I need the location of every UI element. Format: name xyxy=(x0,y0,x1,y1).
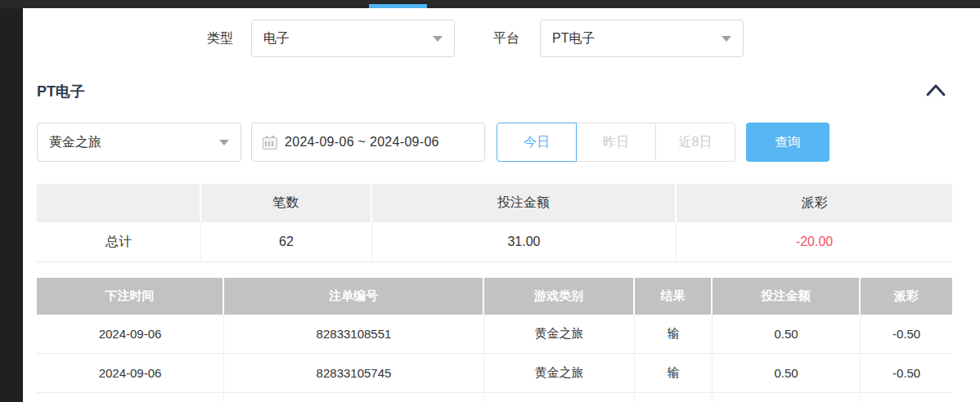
cell-ticket-id: 82833108551 xyxy=(224,315,484,354)
summary-total-count: 62 xyxy=(201,222,372,262)
detail-header-bet-amount: 投注金额 xyxy=(713,278,861,315)
summary-header-row: 笔数 投注金额 派彩 xyxy=(37,184,952,222)
cell-bet-amount: 0.50 xyxy=(713,315,861,354)
game-select-value: 黄金之旅 xyxy=(38,134,219,151)
date-range-value: 2024-09-06 ~ 2024-09-06 xyxy=(285,135,439,150)
section-title: PT电子 xyxy=(37,82,85,101)
detail-header-payout: 派彩 xyxy=(861,278,952,315)
type-select[interactable]: 电子 xyxy=(251,20,455,57)
cell-result xyxy=(635,393,713,402)
detail-header-row: 下注时间 注单编号 游戏类别 结果 投注金额 派彩 xyxy=(37,278,952,315)
summary-total-label: 总计 xyxy=(37,222,201,262)
cell-game-type: 黄金之旅 xyxy=(484,354,635,393)
chevron-down-icon xyxy=(722,36,731,42)
detail-header-ticket-id: 注单编号 xyxy=(224,278,484,315)
active-tab-indicator xyxy=(369,4,427,8)
cell-payout: -0.50 xyxy=(861,354,952,393)
detail-header-result: 结果 xyxy=(635,278,713,315)
last8days-button[interactable]: 近8日 xyxy=(655,123,735,162)
today-button[interactable]: 今日 xyxy=(497,123,577,162)
calendar-icon xyxy=(263,136,277,149)
platform-label: 平台 xyxy=(493,30,519,47)
cell-result: 输 xyxy=(635,354,713,393)
cell-bet-amount xyxy=(713,393,861,402)
cell-bet-time xyxy=(37,393,224,402)
cell-bet-time: 2024-09-06 xyxy=(37,354,224,393)
platform-select-value: PT电子 xyxy=(541,30,722,47)
chevron-down-icon xyxy=(219,140,229,145)
type-select-value: 电子 xyxy=(252,30,433,47)
table-row: 2024-09-06 82833108551 黄金之旅 输 0.50 -0.50 xyxy=(37,315,952,354)
cell-payout xyxy=(861,393,952,402)
summary-total-row: 总计 62 31.00 -20.00 xyxy=(37,222,952,262)
search-button[interactable]: 查询 xyxy=(746,123,829,162)
platform-select[interactable]: PT电子 xyxy=(540,20,744,57)
chevron-down-icon xyxy=(433,36,443,42)
summary-header-blank xyxy=(37,184,201,222)
cell-game-type: 黄金之旅 xyxy=(484,315,635,354)
game-select[interactable]: 黄金之旅 xyxy=(37,123,241,162)
collapse-chevron-up-icon[interactable] xyxy=(925,83,946,97)
detail-header-game-type: 游戏类别 xyxy=(484,278,635,315)
summary-header-bet: 投注金额 xyxy=(372,184,677,222)
summary-header-payout: 派彩 xyxy=(677,184,952,222)
summary-header-count: 笔数 xyxy=(201,184,372,222)
type-label: 类型 xyxy=(207,30,233,47)
cell-game-type xyxy=(484,393,635,402)
date-range-picker[interactable]: 2024-09-06 ~ 2024-09-06 xyxy=(251,123,485,162)
cell-ticket-id: 82833105745 xyxy=(224,354,484,393)
summary-total-payout: -20.00 xyxy=(677,222,952,262)
summary-total-bet: 31.00 xyxy=(372,222,677,262)
cell-result: 输 xyxy=(635,315,713,354)
cell-payout: -0.50 xyxy=(861,315,952,354)
yesterday-button[interactable]: 昨日 xyxy=(576,123,656,162)
cell-ticket-id xyxy=(224,393,484,402)
summary-table: 笔数 投注金额 派彩 总计 62 31.00 -20.00 xyxy=(37,184,952,262)
cell-bet-time: 2024-09-06 xyxy=(37,315,224,354)
top-dark-bar xyxy=(0,0,980,8)
left-dark-rail xyxy=(0,8,23,402)
detail-table: 下注时间 注单编号 游戏类别 结果 投注金额 派彩 2024-09-06 828… xyxy=(37,278,952,402)
table-row: 2024-09-06 82833105745 黄金之旅 输 0.50 -0.50 xyxy=(37,354,952,393)
cell-bet-amount: 0.50 xyxy=(713,354,861,393)
detail-header-bet-time: 下注时间 xyxy=(37,278,224,315)
table-row xyxy=(37,393,952,402)
